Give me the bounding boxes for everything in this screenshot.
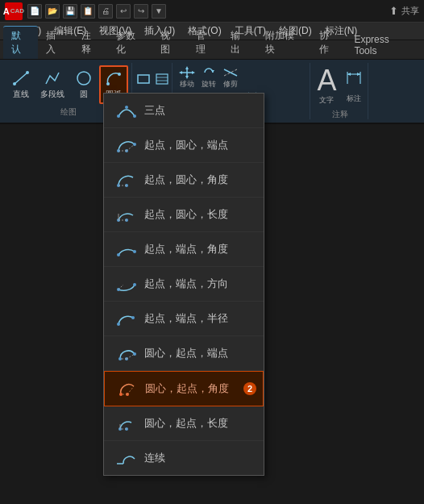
svg-point-3	[77, 72, 90, 85]
tool-hatch[interactable]	[154, 71, 170, 90]
svg-line-63	[118, 285, 123, 289]
annotation-group-label: 注释	[332, 107, 348, 120]
arc-sed-icon	[114, 273, 139, 295]
tool-polyline[interactable]: 多段线	[36, 67, 69, 102]
undo-icon[interactable]: ↩	[116, 4, 131, 19]
tool-line[interactable]: 直线	[8, 67, 34, 102]
print-icon[interactable]: 🖨	[98, 4, 113, 19]
svg-marker-43	[357, 73, 360, 76]
quick-access-toolbar: 📄 📂 💾 📋 🖨 ↩ ↪ ▼	[27, 4, 166, 19]
tool-rect[interactable]	[135, 71, 152, 90]
arc-csl-icon	[114, 412, 139, 435]
tab-express-tools[interactable]: Express Tools	[346, 31, 421, 59]
svg-point-44	[117, 115, 120, 118]
svg-point-4	[106, 82, 110, 85]
svg-point-59	[117, 253, 120, 256]
tool-trim[interactable]: 修剪	[221, 65, 240, 91]
tab-output[interactable]: 输出	[222, 27, 257, 59]
arc-center-start-angle[interactable]: 圆心，起点，角度 2	[104, 371, 264, 406]
trim-icon	[222, 66, 239, 79]
share-icon: ⬆	[389, 5, 398, 17]
hatch-icon	[154, 71, 170, 87]
svg-point-46	[133, 115, 136, 118]
arc-start-end-direction[interactable]: 起点，端点，方向	[104, 267, 264, 302]
svg-point-65	[131, 316, 135, 319]
save-icon[interactable]: 💾	[63, 4, 77, 19]
dimension-icon	[345, 68, 363, 94]
text-A-icon: A	[317, 66, 336, 95]
tool-text[interactable]: A 文字	[315, 65, 338, 107]
new-file-icon[interactable]: 📄	[27, 4, 42, 19]
svg-point-60	[133, 250, 136, 253]
svg-rect-6	[138, 75, 149, 83]
tab-view[interactable]: 视图	[152, 27, 187, 59]
rect-icon	[135, 71, 152, 87]
tool-rotate[interactable]: 旋转	[199, 65, 218, 91]
canvas-right	[264, 124, 424, 504]
svg-marker-14	[179, 71, 182, 74]
open-file-icon[interactable]: 📂	[45, 4, 60, 19]
arc-continue[interactable]: 连续	[104, 441, 264, 475]
svg-line-74	[127, 386, 134, 394]
svg-point-2	[26, 71, 29, 74]
arc-sea-icon	[114, 238, 139, 260]
arc-dropdown-menu: 三点 起点，圆心，端点 起点，圆心，角度	[103, 93, 264, 476]
app-logo: A CAD	[5, 2, 23, 20]
arc-three-point-icon	[114, 99, 139, 122]
tab-default[interactable]: 默认	[3, 26, 38, 59]
save-as-icon[interactable]: 📋	[81, 4, 95, 19]
svg-rect-7	[156, 74, 168, 84]
tab-manage[interactable]: 管理	[188, 27, 222, 59]
arc-cse-icon	[114, 342, 139, 364]
tab-addons[interactable]: 附加模块	[257, 27, 311, 59]
svg-marker-15	[192, 71, 195, 74]
circle-icon	[75, 69, 93, 87]
tab-annotation[interactable]: 注释	[73, 27, 108, 59]
tool-circle[interactable]: 圆	[71, 67, 97, 102]
polyline-icon	[44, 69, 61, 87]
move-icon	[179, 66, 195, 79]
arc-icon	[105, 69, 123, 87]
arc-start-center-end[interactable]: 起点，圆心，端点	[104, 128, 264, 163]
svg-point-62	[133, 283, 136, 286]
arc-csa-icon	[114, 377, 140, 400]
arc-start-end-angle[interactable]: 起点，端点，角度	[104, 232, 264, 267]
svg-point-1	[13, 82, 16, 85]
svg-point-64	[117, 323, 120, 326]
title-bar: A CAD 📄 📂 💾 📋 🖨 ↩ ↪ ▼ ⬆ 共享	[0, 0, 424, 23]
more-icon[interactable]: ▼	[152, 4, 166, 19]
arc-center-start-length[interactable]: 圆心，起点，长度	[104, 406, 264, 441]
tab-collaborate[interactable]: 协作	[311, 27, 346, 59]
arc-continue-icon	[114, 447, 139, 469]
arc-center-start-end[interactable]: 圆心，起点，端点	[104, 336, 264, 371]
ribbon-tabs: 默认 插入 注释 参数化 视图 管理 输出 附加模块 协作 Express To…	[0, 40, 424, 60]
arc-sce-icon	[114, 134, 139, 156]
highlighted-item-badge: 2	[243, 382, 256, 395]
line-icon	[12, 69, 30, 87]
svg-point-45	[125, 106, 128, 109]
redo-icon[interactable]: ↪	[134, 4, 148, 19]
tab-parametric[interactable]: 参数化	[108, 27, 152, 59]
tool-dimension[interactable]: 标注	[343, 66, 364, 106]
tool-move[interactable]: 移动	[177, 65, 197, 91]
svg-marker-42	[347, 73, 351, 76]
share-button[interactable]: ⬆ 共享	[389, 5, 419, 17]
arc-sca-icon	[114, 169, 139, 191]
tab-insert[interactable]: 插入	[38, 27, 73, 59]
svg-marker-12	[185, 66, 189, 69]
arc-start-end-radius[interactable]: 起点，端点，半径	[104, 302, 264, 336]
arc-three-point[interactable]: 三点	[104, 94, 264, 128]
arc-start-center-length[interactable]: 起点，圆心，长度	[104, 198, 264, 232]
draw-group-label: 绘图	[60, 105, 77, 118]
arc-ser-icon	[114, 307, 139, 330]
svg-line-70	[127, 354, 135, 359]
svg-marker-16	[211, 70, 214, 73]
svg-point-5	[118, 73, 121, 76]
ribbon-group-annotation: A 文字 标注 注释	[312, 63, 368, 119]
arc-start-center-angle[interactable]: 起点，圆心，角度	[104, 163, 264, 198]
rotate-icon	[201, 66, 217, 79]
arc-scl-icon	[114, 203, 139, 226]
svg-line-0	[15, 73, 27, 84]
